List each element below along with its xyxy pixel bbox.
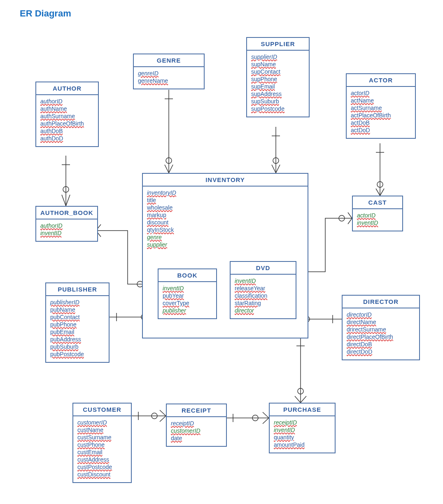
attr-custPhone: custPhone: [77, 441, 127, 448]
attr-supAddress: supAddress: [251, 90, 305, 98]
attr-actName: actName: [351, 97, 411, 104]
attr-authName: authName: [40, 105, 94, 112]
attr-genre: genre: [147, 233, 303, 241]
attr-directName: directName: [347, 318, 415, 326]
entity-customer: CUSTOMERcustomerIDcustNamecustSurnamecus…: [72, 403, 132, 483]
attr-starRating: starRating: [235, 299, 291, 307]
attr-list: authorIDauthNameauthSurnameauthPlaceOfBi…: [36, 95, 98, 146]
attr-custEmail: custEmail: [77, 448, 127, 456]
page-title: ER Diagram: [20, 8, 71, 19]
attr-list: inventIDreleaseYearclassificationstarRat…: [231, 275, 296, 318]
attr-directDoB: directDoB: [347, 341, 415, 348]
attr-releaseYear: releaseYear: [235, 285, 291, 292]
svg-line-22: [380, 189, 384, 196]
attr-list: directorIDdirectNamedrirectSurnamedirect…: [343, 308, 419, 359]
attr-actorID: actorID: [351, 89, 411, 97]
svg-point-40: [152, 413, 157, 419]
attr-list: customerIDcustNamecustSurnamecustPhonecu…: [73, 416, 131, 482]
svg-point-50: [298, 388, 303, 394]
attr-receiptID: receiptID: [171, 420, 222, 427]
attr-list: inventIDpubYearcoverTypepublisher: [159, 282, 216, 318]
attr-supplier: supplier: [147, 241, 303, 248]
attr-inventID: inventID: [235, 277, 291, 285]
svg-line-3: [66, 195, 70, 206]
attr-quantity: quantity: [274, 434, 331, 441]
entity-genre: GENREgenreIDgenreName: [133, 54, 205, 89]
attr-custDiscount: custDiscount: [77, 471, 127, 478]
attr-actSurname: actSurname: [351, 104, 411, 112]
attr-pubYear: pubYear: [163, 292, 212, 299]
entity-title: RECEIPT: [167, 404, 226, 417]
entity-title: INVENTORY: [143, 174, 308, 187]
svg-line-17: [276, 165, 280, 173]
attr-list: publisherIDpubNamepubContactpubPhonepubE…: [46, 296, 109, 362]
attr-list: actorIDinventID: [353, 209, 402, 231]
attr-markup: markup: [147, 211, 303, 219]
entity-author-book: AUTHOR_BOOKauthorIDinventID: [35, 206, 98, 242]
svg-point-23: [377, 182, 383, 187]
svg-line-42: [160, 416, 166, 422]
svg-line-47: [263, 418, 269, 424]
attr-pubSuburb: pubSuburb: [50, 343, 105, 350]
attr-pubAddress: pubAddress: [50, 336, 105, 343]
attr-director: director: [235, 307, 291, 314]
attr-directPlaceOfBirth: directPlaceOfBirth: [347, 333, 415, 341]
entity-book: BOOKinventIDpubYearcoverTypepublisher: [158, 268, 217, 319]
attr-pubName: pubName: [50, 306, 105, 313]
attr-supplierID: supplierID: [251, 53, 305, 61]
entity-title: PUBLISHER: [46, 283, 109, 296]
attr-authorID: authorID: [40, 222, 93, 229]
entity-title: BOOK: [159, 269, 216, 282]
attr-wholesale: wholesale: [147, 204, 303, 211]
attr-classification: classification: [235, 292, 291, 299]
attr-supPhone: supPhone: [251, 75, 305, 83]
svg-line-51: [295, 396, 301, 403]
attr-publisherID: publisherID: [50, 299, 105, 306]
entity-cast: CASTactorIDinventID: [352, 196, 403, 231]
svg-point-18: [273, 158, 279, 163]
attr-pubPostcode: pubPostcode: [50, 350, 105, 358]
attr-directorID: directorID: [347, 311, 415, 318]
svg-line-2: [62, 195, 66, 206]
entity-actor: ACTORactorIDactNameactSurnameactPlaceOfB…: [346, 73, 416, 139]
attr-supEmail: supEmail: [251, 83, 305, 90]
svg-point-13: [166, 158, 172, 163]
attr-pubContact: pubContact: [50, 313, 105, 321]
attr-pubPhone: pubPhone: [50, 321, 105, 328]
attr-genreName: genreName: [138, 77, 200, 84]
attr-authSurname: authSurname: [40, 112, 94, 120]
svg-line-21: [376, 189, 380, 196]
attr-list: genreIDgenreName: [134, 67, 204, 89]
entity-title: AUTHOR: [36, 82, 98, 95]
attr-qtyInStock: qtyInStock: [147, 226, 303, 233]
entity-purchase: PURCHASEreceiptIDinventIDquantityamountP…: [269, 403, 336, 453]
attr-authorID: authorID: [40, 98, 94, 105]
attr-supSuburb: supSuburb: [251, 98, 305, 105]
attr-pubEmail: pubEmail: [50, 328, 105, 336]
attr-list: actorIDactNameactSurnameactPlaceOfBirtha…: [347, 87, 415, 138]
entity-title: GENRE: [134, 54, 204, 67]
entity-receipt: RECEIPTreceiptIDcustomerIDdate: [166, 404, 227, 447]
svg-point-45: [252, 415, 258, 421]
attr-inventID: inventID: [163, 285, 212, 292]
entity-title: CAST: [353, 196, 402, 209]
er-diagram-canvas: ER Diagram: [0, 0, 443, 504]
svg-line-52: [301, 396, 306, 403]
svg-line-11: [165, 165, 169, 173]
attr-title: title: [147, 196, 303, 204]
attr-drirectSurname: drirectSurname: [347, 326, 415, 333]
attr-list: supplierIDsupNamesupContactsupPhonesupEm…: [247, 51, 309, 117]
svg-line-41: [160, 410, 166, 416]
entity-title: PURCHASE: [270, 404, 335, 416]
attr-discount: discount: [147, 219, 303, 226]
svg-line-16: [272, 165, 276, 173]
attr-supName: supName: [251, 61, 305, 68]
entity-author: AUTHORauthorIDauthNameauthSurnameauthPla…: [35, 82, 99, 147]
svg-line-24: [348, 212, 352, 218]
entity-title: AUTHOR_BOOK: [36, 207, 97, 219]
attr-directDoD: directDoD: [347, 348, 415, 355]
attr-genreID: genreID: [138, 70, 200, 77]
attr-custName: custName: [77, 426, 127, 434]
attr-coverType: coverType: [163, 299, 212, 307]
attr-list: authorIDinventID: [36, 219, 97, 241]
